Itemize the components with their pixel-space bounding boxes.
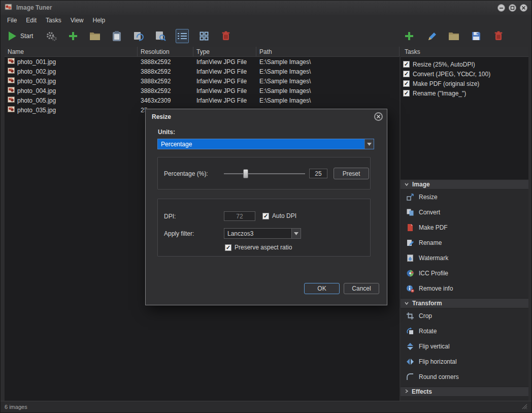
- sidebar-item-resize[interactable]: Resize: [401, 189, 528, 205]
- preserve-aspect-checkbox[interactable]: [225, 244, 231, 251]
- start-button[interactable]: Start: [6, 30, 36, 42]
- crop-icon: [406, 312, 414, 320]
- menu-view[interactable]: View: [66, 16, 88, 25]
- percentage-input[interactable]: [309, 169, 327, 178]
- clear-list-trash-icon[interactable]: [219, 29, 232, 43]
- grid-view-button[interactable]: [197, 29, 211, 43]
- delete-task-trash-icon[interactable]: [492, 29, 505, 43]
- dialog-close-icon[interactable]: [374, 112, 383, 121]
- task-checkbox[interactable]: [403, 61, 410, 68]
- sidebar-item-rotate[interactable]: Rotate: [401, 324, 528, 339]
- task-item-make-pdf[interactable]: Make PDF (original size): [401, 79, 528, 88]
- image-file-icon: [8, 77, 15, 85]
- minimize-icon[interactable]: [497, 4, 505, 12]
- dpi-input: [224, 211, 255, 221]
- file-name: photo_004.jpg: [17, 87, 56, 94]
- sidebar-item-make-pdf[interactable]: Make PDF: [401, 220, 528, 235]
- start-label: Start: [20, 33, 33, 40]
- table-row[interactable]: photo_002.jpg 3888x2592 IrfanView JPG Fi…: [5, 67, 400, 76]
- section-header-transform[interactable]: Transform: [401, 298, 528, 308]
- chevron-down-icon[interactable]: [291, 229, 301, 238]
- cancel-button[interactable]: Cancel: [344, 283, 379, 294]
- auto-dpi-row[interactable]: Auto DPI: [262, 212, 296, 219]
- section-header-image[interactable]: Image: [401, 179, 528, 189]
- titlebar: Image Tuner: [1, 1, 531, 15]
- menu-help[interactable]: Help: [88, 16, 110, 25]
- image-file-icon: [8, 68, 15, 75]
- table-row[interactable]: photo_004.jpg 3888x2592 IrfanView JPG Fi…: [5, 86, 400, 96]
- edit-task-pencil-icon[interactable]: [425, 29, 438, 43]
- sidebar-item-remove-info[interactable]: Remove info: [401, 281, 528, 296]
- settings-gears-icon[interactable]: [45, 29, 58, 43]
- filter-dropdown[interactable]: Lanczos3: [224, 228, 301, 239]
- task-item-convert[interactable]: Convert (JPEG, YCbCr, 100): [401, 69, 528, 79]
- column-header-path[interactable]: Path: [256, 47, 400, 56]
- tasks-panel-header: Tasks: [401, 47, 528, 57]
- column-header-type[interactable]: Type: [193, 47, 256, 56]
- task-label: Make PDF (original size): [413, 80, 479, 87]
- section-header-effects[interactable]: Effects: [401, 387, 528, 397]
- file-name: photo_003.jpg: [17, 78, 56, 85]
- file-path: E:\Sample Images\: [256, 96, 400, 105]
- save-tasks-floppy-icon[interactable]: [470, 29, 483, 43]
- add-folder-icon[interactable]: [88, 29, 102, 43]
- column-header-resolution[interactable]: Resolution: [138, 47, 193, 56]
- close-icon[interactable]: [520, 4, 527, 12]
- task-checkbox[interactable]: [403, 71, 410, 77]
- menu-tasks[interactable]: Tasks: [41, 16, 66, 25]
- sidebar-item-crop[interactable]: Crop: [401, 308, 528, 324]
- task-label: Convert (JPEG, YCbCr, 100): [413, 71, 490, 78]
- preview-icon[interactable]: [154, 29, 167, 43]
- refresh-list-icon[interactable]: [132, 29, 145, 43]
- maximize-icon[interactable]: [509, 4, 516, 12]
- add-task-icon[interactable]: [403, 29, 416, 43]
- column-header-name[interactable]: Name: [5, 47, 138, 56]
- sidebar-item-convert[interactable]: Convert: [401, 205, 528, 220]
- file-resolution: 3888x2592: [138, 67, 193, 76]
- file-type: IrfanView JPG File: [193, 76, 256, 86]
- auto-dpi-checkbox[interactable]: [262, 213, 269, 219]
- slider-handle[interactable]: [243, 169, 248, 178]
- toolbar-left: Start: [6, 25, 232, 46]
- file-path: E:\Sample Images\: [256, 76, 400, 86]
- sidebar-item-flip-vertical[interactable]: Flip vertical: [401, 339, 528, 354]
- window-title: Image Tuner: [16, 4, 52, 11]
- units-dropdown[interactable]: Percentage: [157, 139, 374, 149]
- paste-icon[interactable]: [110, 29, 123, 43]
- round-corners-icon: [406, 373, 414, 381]
- table-row[interactable]: photo_003.jpg 3888x2592 IrfanView JPG Fi…: [5, 76, 400, 86]
- table-header: Name Resolution Type Path: [5, 47, 400, 57]
- sidebar-item-watermark[interactable]: Watermark: [401, 250, 528, 266]
- icc-profile-icon: [406, 269, 414, 277]
- file-path: E:\Sample Images\: [256, 57, 400, 67]
- task-item-rename[interactable]: Rename ("Image_"): [401, 88, 528, 98]
- table-row[interactable]: photo_001.jpg 3888x2592 IrfanView JPG Fi…: [5, 57, 400, 67]
- sidebar-item-icc-profile[interactable]: ICC Profile: [401, 266, 528, 281]
- sidebar-item-rename[interactable]: Rename: [401, 235, 528, 250]
- file-resolution: 3888x2592: [138, 57, 193, 67]
- file-name: photo_001.jpg: [17, 58, 56, 66]
- preserve-aspect-row[interactable]: Preserve aspect ratio: [225, 244, 292, 251]
- file-type: IrfanView JPG File: [193, 86, 256, 96]
- sidebar-item-round-corners[interactable]: Round corners: [401, 369, 528, 385]
- resize-grip[interactable]: [521, 403, 527, 410]
- menu-edit[interactable]: Edit: [21, 16, 41, 25]
- task-checkbox[interactable]: [403, 90, 410, 97]
- slider-track: [224, 173, 305, 174]
- table-row[interactable]: photo_005.jpg 3463x2309 IrfanView JPG Fi…: [5, 96, 400, 105]
- task-item-resize[interactable]: Resize (25%, AutoDPI): [401, 59, 528, 69]
- open-tasks-folder-icon[interactable]: [447, 29, 460, 43]
- file-path: E:\Sample Images\: [256, 67, 400, 76]
- chevron-down-icon[interactable]: [364, 139, 374, 149]
- task-checkbox[interactable]: [403, 80, 410, 87]
- menu-file[interactable]: File: [3, 16, 21, 25]
- chevron-down-icon: [404, 181, 409, 188]
- dpi-label: DPI:: [164, 213, 176, 220]
- add-files-icon[interactable]: [66, 29, 80, 43]
- preset-button[interactable]: Preset: [334, 168, 369, 179]
- ok-button[interactable]: OK: [304, 283, 340, 294]
- sidebar-item-flip-horizontal[interactable]: Flip horizontal: [401, 354, 528, 369]
- list-view-button[interactable]: [176, 29, 189, 43]
- percentage-label: Percentage (%):: [164, 170, 208, 177]
- percentage-slider[interactable]: [224, 169, 305, 179]
